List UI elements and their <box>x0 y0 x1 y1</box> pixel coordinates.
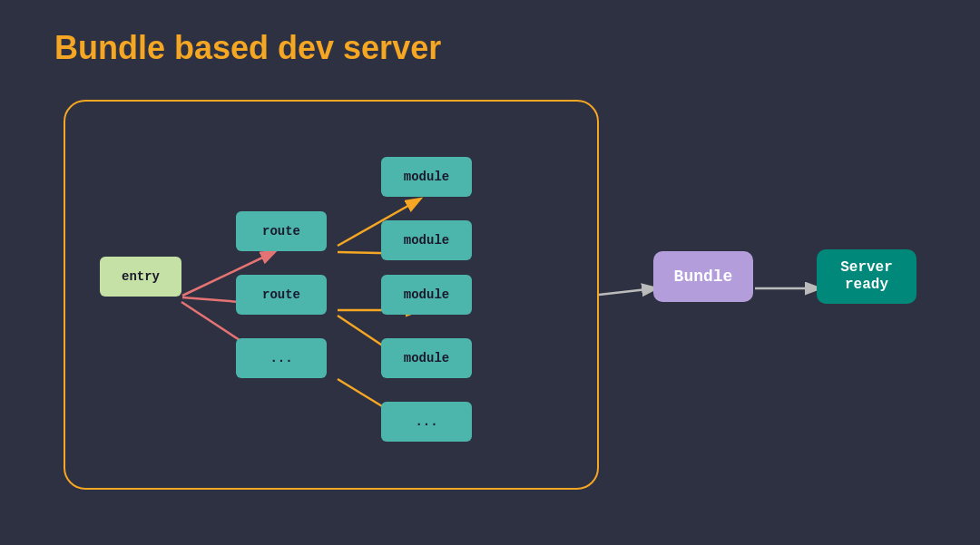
dots1-node: ... <box>236 338 327 378</box>
page-title: Bundle based dev server <box>54 29 441 67</box>
bundle-node: Bundle <box>653 251 753 302</box>
module2-node: module <box>381 220 472 260</box>
diagram: entry route route ... module module modu… <box>36 82 953 517</box>
entry-node: entry <box>100 257 181 297</box>
module3-node: module <box>381 275 472 315</box>
module4-node: module <box>381 338 472 378</box>
route2-node: route <box>236 275 327 315</box>
dots2-node: ... <box>381 402 472 442</box>
server-ready-node: Server ready <box>817 249 916 304</box>
module1-node: module <box>381 157 472 197</box>
route1-node: route <box>236 211 327 251</box>
